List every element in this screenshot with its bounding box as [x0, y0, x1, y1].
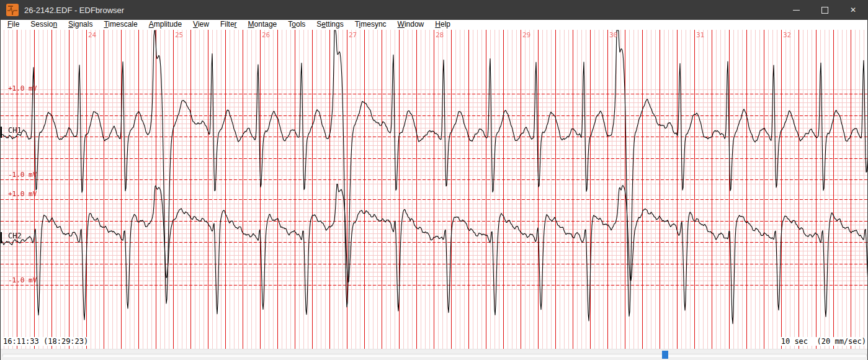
maximize-button[interactable]: [810, 0, 839, 20]
status-time: 16:11:33 (18:29:23): [2, 337, 89, 346]
close-icon: ✕: [850, 6, 856, 14]
menu-item-amplitude[interactable]: Amplitude: [143, 20, 187, 30]
time-axis-label: 26: [262, 31, 270, 39]
menu-item-view[interactable]: View: [187, 20, 215, 30]
menu-item-montage[interactable]: Montage: [243, 20, 283, 30]
amplitude-label-plus-ch2: +1.0 mV: [8, 190, 37, 198]
menu-item-timesync[interactable]: Timesync: [349, 20, 392, 30]
amplitude-label-minus-ch2: -1.0 mV: [8, 276, 37, 284]
close-button[interactable]: ✕: [839, 0, 867, 20]
time-axis-label: 31: [696, 31, 704, 39]
menu-item-signals[interactable]: Signals: [63, 20, 98, 30]
horizontal-scrollbar[interactable]: [1, 349, 868, 360]
channel-label-ch2: CH2: [8, 232, 22, 240]
scrollbar-groove: [2, 354, 867, 357]
title-bar: 26-2142.EDF - EDFbrowser ✕: [1, 0, 867, 20]
scrollbar-thumb[interactable]: [662, 351, 668, 359]
time-axis-label: 30: [609, 31, 617, 39]
minimize-button[interactable]: [782, 0, 810, 20]
menu-item-help[interactable]: Help: [429, 20, 456, 30]
signal-chart-area: 16:11:33 (18:29:23) 10 sec (20 mm/sec) 2…: [1, 30, 868, 349]
app-icon: [6, 4, 19, 16]
time-axis-label: 24: [88, 31, 96, 39]
menu-item-timescale[interactable]: Timescale: [98, 20, 143, 30]
menu-bar: FileSessionSignalsTimescaleAmplitudeView…: [1, 20, 867, 30]
time-axis-label: 25: [175, 31, 183, 39]
ecg-grid-and-traces: [1, 30, 868, 349]
maximize-icon: [821, 7, 828, 14]
status-timescale: 10 sec (20 mm/sec): [780, 337, 867, 346]
channel-label-ch1: CH1: [8, 126, 22, 135]
amplitude-label-plus-ch1: +1.0 mV: [8, 84, 37, 92]
time-axis-label: 28: [436, 31, 444, 39]
minimize-icon: [793, 10, 800, 11]
time-axis-label: 29: [522, 31, 530, 39]
time-axis-label: 27: [349, 31, 357, 39]
edfbrowser-window: 26-2142.EDF - EDFbrowser ✕ FileSessionSi…: [0, 0, 868, 360]
window-title: 26-2142.EDF - EDFbrowser: [24, 6, 782, 15]
menu-item-settings[interactable]: Settings: [311, 20, 349, 30]
menu-item-session[interactable]: Session: [25, 20, 63, 30]
amplitude-label-minus-ch1: -1.0 mV: [8, 171, 37, 179]
menu-item-tools[interactable]: Tools: [282, 20, 311, 30]
menu-item-file[interactable]: File: [2, 20, 25, 30]
menu-item-window[interactable]: Window: [392, 20, 430, 30]
menu-item-filter[interactable]: Filter: [215, 20, 243, 30]
caption-buttons: ✕: [782, 0, 867, 20]
time-axis-label: 32: [783, 31, 791, 39]
